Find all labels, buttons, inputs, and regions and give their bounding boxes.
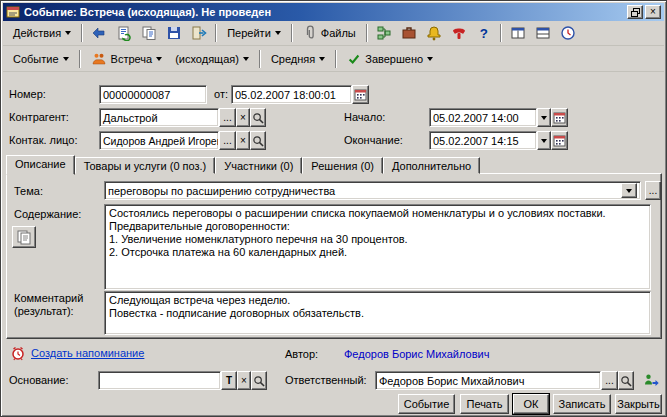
- number-input[interactable]: 00000000087: [99, 85, 207, 104]
- theme-label: Тема:: [14, 185, 43, 198]
- clock-icon: [560, 25, 576, 41]
- reread-button[interactable]: [112, 22, 136, 44]
- window-title: Событие: Встреча (исходящая). Не проведе…: [24, 6, 271, 18]
- history-button[interactable]: [556, 22, 580, 44]
- theme-input[interactable]: переговоры по расширению сотрудничества: [104, 181, 641, 200]
- responsible-open-button[interactable]: [618, 371, 634, 390]
- counterparty-input[interactable]: Дальстрой: [99, 108, 219, 127]
- window-tile-horizontal-button[interactable]: [531, 22, 555, 44]
- content-textarea[interactable]: Состоялись переговоры о расширении списк…: [104, 204, 651, 290]
- start-dropdown-button[interactable]: [537, 108, 551, 127]
- copy-button[interactable]: [137, 22, 161, 44]
- contact-open-button[interactable]: [250, 131, 266, 150]
- phone-icon: [451, 25, 467, 41]
- restore-button[interactable]: [627, 5, 643, 19]
- chevron-down-icon: [63, 57, 69, 61]
- window-tile-vertical-button[interactable]: [506, 22, 530, 44]
- call-button[interactable]: [447, 22, 471, 44]
- number-label: Номер:: [9, 88, 46, 101]
- chevron-down-icon: [541, 116, 547, 120]
- counterparty-label: Контрагент:: [9, 111, 69, 124]
- report-button[interactable]: [397, 22, 421, 44]
- author-value: Федоров Борис Михайлович: [344, 348, 489, 361]
- save-button[interactable]: Записать: [553, 394, 611, 414]
- event-menu-label: Событие: [13, 53, 59, 65]
- counterparty-clear-button[interactable]: ×: [236, 108, 250, 127]
- basis-clear-button[interactable]: ×: [237, 371, 251, 390]
- chevron-down-icon: [626, 189, 632, 193]
- write-button[interactable]: [162, 22, 186, 44]
- titlebar[interactable]: Событие: Встреча (исходящая). Не проведе…: [3, 3, 664, 21]
- basis-type-button[interactable]: Т: [221, 371, 237, 390]
- files-button[interactable]: Файлы: [297, 22, 362, 44]
- importance-button[interactable]: Средняя: [265, 48, 331, 70]
- chevron-down-icon: [275, 31, 281, 35]
- toolbar-separator: [215, 24, 217, 42]
- actions-menu-button[interactable]: Действия: [7, 22, 77, 44]
- output-button[interactable]: [187, 22, 211, 44]
- chevron-down-icon: [65, 31, 71, 35]
- tab-decisions[interactable]: Решения (0): [302, 157, 383, 174]
- help-icon: ?: [480, 26, 488, 41]
- event-button[interactable]: Событие: [398, 394, 455, 414]
- event-form-window: Событие: Встреча (исходящая). Не проведе…: [0, 0, 667, 417]
- basis-label: Основание:: [9, 374, 68, 387]
- tab-goods-services[interactable]: Товары и услуги (0 поз.): [75, 157, 216, 174]
- event-menu-button[interactable]: Событие: [7, 48, 75, 70]
- comment-textarea[interactable]: Следующая встреча через неделю. Повестка…: [104, 291, 651, 335]
- content-label: Содержание:: [14, 208, 81, 221]
- reread-icon: [116, 25, 132, 41]
- date-input[interactable]: 05.02.2007 18:00:01: [231, 85, 352, 104]
- create-reminder-link[interactable]: Создать напоминание: [31, 347, 144, 359]
- basis-open-button[interactable]: [251, 371, 267, 390]
- magnifier-icon: [253, 375, 265, 387]
- theme-select-button[interactable]: ...: [645, 181, 661, 200]
- copy-content-button[interactable]: [12, 226, 36, 248]
- toolbar-separator: [335, 50, 337, 68]
- responsible-fill-button[interactable]: [640, 370, 661, 390]
- event-kind-button[interactable]: Встреча: [85, 48, 169, 70]
- chevron-down-icon: [156, 57, 162, 61]
- close-window-button[interactable]: Закрыть: [615, 394, 662, 414]
- start-calendar-button[interactable]: [551, 108, 568, 127]
- event-direction-button[interactable]: (исходящая): [169, 48, 255, 70]
- basis-input[interactable]: [98, 371, 221, 390]
- go-menu-button[interactable]: Перейти: [221, 22, 287, 44]
- output-icon: [191, 25, 207, 41]
- theme-dropdown-button[interactable]: [621, 183, 637, 198]
- tab-additional[interactable]: Дополнительно: [383, 157, 480, 174]
- tab-description[interactable]: Описание: [6, 155, 75, 175]
- chevron-down-icon: [319, 57, 325, 61]
- end-dropdown-button[interactable]: [537, 131, 551, 150]
- close-button[interactable]: ×: [645, 5, 661, 19]
- calendar-icon: [354, 88, 367, 101]
- copy-icon: [141, 25, 157, 41]
- end-input[interactable]: 05.02.2007 14:15: [429, 131, 537, 150]
- contact-label: Контак. лицо:: [9, 134, 77, 147]
- print-button[interactable]: Печать: [460, 394, 509, 414]
- check-icon: [347, 52, 361, 66]
- state-button[interactable]: Завершено: [341, 48, 439, 70]
- counterparty-open-button[interactable]: [250, 108, 266, 127]
- tree-icon: [376, 25, 392, 41]
- responsible-input[interactable]: Федоров Борис Михайлович: [375, 371, 601, 390]
- tab-participants[interactable]: Участники (0): [215, 157, 302, 174]
- help-button[interactable]: ?: [472, 22, 496, 44]
- event-direction-label: (исходящая): [175, 53, 239, 65]
- back-button[interactable]: [87, 22, 111, 44]
- alarm-clock-icon[interactable]: [10, 345, 26, 361]
- date-calendar-button[interactable]: [352, 85, 369, 104]
- toolbar-separator: [500, 24, 502, 42]
- magnifier-icon: [620, 375, 632, 387]
- reminder-button[interactable]: [422, 22, 446, 44]
- responsible-select-button[interactable]: ...: [601, 371, 618, 390]
- responsible-label: Ответственный:: [285, 374, 367, 387]
- start-input[interactable]: 05.02.2007 14:00: [429, 108, 537, 127]
- counterparty-select-button[interactable]: ...: [219, 108, 236, 127]
- end-calendar-button[interactable]: [551, 131, 568, 150]
- contact-clear-button[interactable]: ×: [236, 131, 250, 150]
- contact-input[interactable]: Сидоров Андрей Игоревич: [99, 131, 219, 150]
- ok-button[interactable]: ОК: [513, 394, 549, 414]
- structure-button[interactable]: [372, 22, 396, 44]
- contact-select-button[interactable]: ...: [219, 131, 236, 150]
